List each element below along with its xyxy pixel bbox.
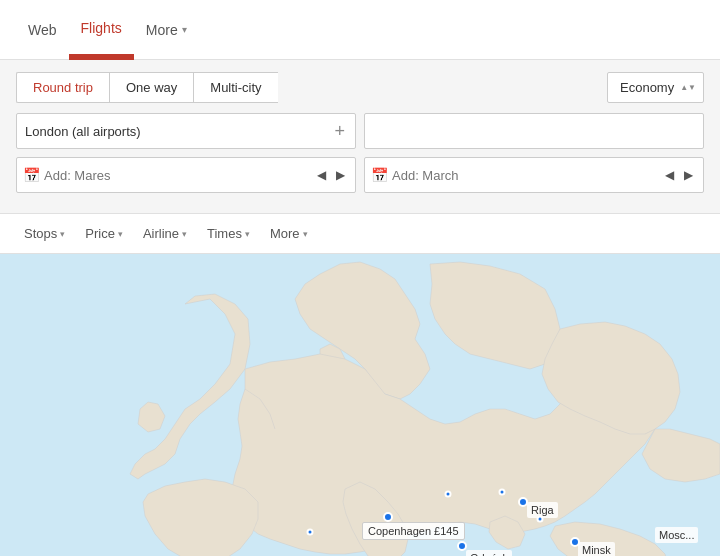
cabin-select[interactable]: Economy Business First — [607, 72, 704, 103]
depart-date-next[interactable]: ▶ — [332, 166, 349, 184]
return-date-input[interactable] — [392, 168, 657, 183]
depart-date-input[interactable] — [44, 168, 309, 183]
times-caret: ▾ — [245, 229, 250, 239]
small-dot-3 — [537, 516, 544, 523]
search-area: Round trip One way Multi-city Economy Bu… — [0, 60, 720, 214]
date-input-row: 📅 ◀ ▶ 📅 ◀ ▶ — [16, 157, 704, 193]
stops-filter-button[interactable]: Stops ▾ — [16, 222, 73, 245]
one-way-button[interactable]: One way — [109, 72, 193, 103]
multi-city-button[interactable]: Multi-city — [193, 72, 277, 103]
return-date-wrap: 📅 ◀ ▶ — [364, 157, 704, 193]
price-filter-button[interactable]: Price ▾ — [77, 222, 131, 245]
airline-caret: ▾ — [182, 229, 187, 239]
origin-input[interactable] — [25, 124, 332, 139]
depart-calendar-icon: 📅 — [23, 167, 40, 183]
nav-more-caret: ▾ — [182, 24, 187, 35]
times-filter-button[interactable]: Times ▾ — [199, 222, 258, 245]
gdansk-dot[interactable] — [457, 541, 467, 551]
moscow-label: Mosc... — [655, 527, 698, 543]
map-svg — [0, 254, 720, 556]
nav-web-label: Web — [28, 22, 57, 38]
trip-type-row: Round trip One way Multi-city Economy Bu… — [16, 72, 704, 103]
filter-row: Stops ▾ Price ▾ Airline ▾ Times ▾ More ▾ — [0, 214, 720, 254]
cabin-select-wrapper[interactable]: Economy Business First — [607, 72, 704, 103]
more-filter-label: More — [270, 226, 300, 241]
depart-date-wrap: 📅 ◀ ▶ — [16, 157, 356, 193]
nav-more-label: More — [146, 22, 178, 38]
origin-input-wrap: + — [16, 113, 356, 149]
small-dot-2 — [445, 491, 452, 498]
return-date-nav: ◀ ▶ — [661, 166, 697, 184]
small-dot-1 — [307, 529, 314, 536]
flight-map[interactable]: London Copenhagen £145 Berlin £65 Prague… — [0, 254, 720, 556]
depart-date-prev[interactable]: ◀ — [313, 166, 330, 184]
nav-item-web[interactable]: Web — [16, 0, 69, 60]
top-navigation: Web Flights More ▾ — [0, 0, 720, 60]
round-trip-button[interactable]: Round trip — [16, 72, 109, 103]
add-origin-button[interactable]: + — [332, 121, 347, 142]
nav-item-flights[interactable]: Flights — [69, 0, 134, 60]
return-date-prev[interactable]: ◀ — [661, 166, 678, 184]
airline-filter-label: Airline — [143, 226, 179, 241]
return-calendar-icon: 📅 — [371, 167, 388, 183]
nav-item-more[interactable]: More ▾ — [134, 0, 199, 60]
stops-caret: ▾ — [60, 229, 65, 239]
minsk-label: Minsk — [578, 542, 615, 556]
gdansk-label: Gdańsk — [466, 550, 512, 556]
destination-input[interactable] — [373, 124, 695, 139]
location-input-row: + — [16, 113, 704, 149]
price-filter-label: Price — [85, 226, 115, 241]
small-dot-4 — [499, 489, 506, 496]
price-caret: ▾ — [118, 229, 123, 239]
destination-input-wrap — [364, 113, 704, 149]
copenhagen-dot[interactable] — [383, 512, 393, 522]
times-filter-label: Times — [207, 226, 242, 241]
nav-flights-label: Flights — [81, 20, 122, 36]
depart-date-nav: ◀ ▶ — [313, 166, 349, 184]
return-date-next[interactable]: ▶ — [680, 166, 697, 184]
stops-filter-label: Stops — [24, 226, 57, 241]
more-filter-button[interactable]: More ▾ — [262, 222, 316, 245]
airline-filter-button[interactable]: Airline ▾ — [135, 222, 195, 245]
more-caret: ▾ — [303, 229, 308, 239]
